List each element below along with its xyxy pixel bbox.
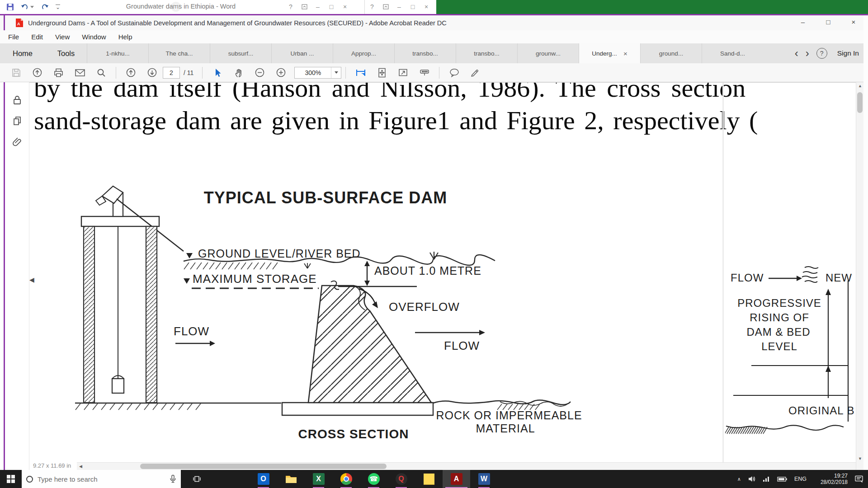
word-maximize-icon[interactable]: □ bbox=[325, 0, 338, 14]
doc-tab-1[interactable]: 1-nkhu... bbox=[87, 43, 148, 63]
microphone-icon[interactable] bbox=[170, 474, 176, 483]
scroll-up-icon[interactable]: ▲ bbox=[856, 84, 864, 88]
zoom-out-icon[interactable] bbox=[249, 66, 270, 80]
word-close-icon[interactable]: × bbox=[338, 0, 352, 14]
hand-tool-icon[interactable] bbox=[228, 66, 249, 80]
menu-view[interactable]: View bbox=[55, 33, 70, 41]
doc-tab-5[interactable]: Approp... bbox=[333, 43, 394, 63]
menu-file[interactable]: File bbox=[8, 33, 19, 41]
taskbar-q-app[interactable]: Q bbox=[387, 470, 415, 488]
zoom-level-select[interactable]: 300% bbox=[294, 67, 341, 79]
menu-window[interactable]: Window bbox=[82, 33, 106, 41]
doc-tab-3[interactable]: subsurf... bbox=[210, 43, 271, 63]
tabs-scroll-right-icon[interactable]: › bbox=[806, 49, 809, 58]
doc-tab-8[interactable]: grounw... bbox=[517, 43, 579, 63]
search-icon[interactable] bbox=[90, 66, 112, 80]
help-circle-icon[interactable]: ? bbox=[816, 48, 827, 59]
scroll-left-icon[interactable]: ◀ bbox=[79, 464, 82, 469]
taskbar-clock[interactable]: 19:27 28/02/2018 bbox=[813, 473, 848, 485]
taskbar-file-explorer[interactable] bbox=[277, 470, 305, 488]
print-icon[interactable] bbox=[48, 66, 69, 80]
email-icon[interactable] bbox=[69, 66, 90, 80]
taskbar-apps: O X ☎ Q A bbox=[250, 470, 498, 488]
zoom-in-icon[interactable] bbox=[270, 66, 292, 80]
redo-icon[interactable] bbox=[41, 3, 49, 10]
taskbar-excel[interactable]: X bbox=[305, 470, 332, 488]
attachment-paperclip-icon[interactable] bbox=[12, 136, 22, 147]
taskbar-outlook[interactable]: O bbox=[250, 470, 277, 488]
taskbar-sticky-notes[interactable] bbox=[415, 470, 443, 488]
sign-in-button[interactable]: Sign In bbox=[837, 49, 859, 57]
undo-icon[interactable] bbox=[21, 3, 34, 10]
doc-tab-11[interactable]: Sand-d... bbox=[702, 43, 763, 63]
language-indicator[interactable]: ENG bbox=[794, 476, 807, 482]
taskbar-chrome[interactable] bbox=[332, 470, 360, 488]
previous-page-icon[interactable] bbox=[120, 66, 142, 80]
page-number-input[interactable] bbox=[163, 67, 180, 79]
acrobat-close-icon[interactable]: × bbox=[841, 15, 866, 29]
vertical-scroll-thumb[interactable] bbox=[857, 92, 863, 113]
tray-expand-icon[interactable]: ∧ bbox=[737, 476, 741, 482]
share-upload-icon[interactable] bbox=[27, 66, 48, 80]
fit-width-icon[interactable] bbox=[350, 66, 371, 80]
zoom-caret-icon[interactable] bbox=[331, 67, 341, 78]
undo-caret-icon[interactable] bbox=[30, 6, 34, 8]
fullscreen-icon[interactable] bbox=[392, 66, 414, 80]
word2-help-icon[interactable]: ? bbox=[365, 0, 379, 14]
doc-tab-2[interactable]: The cha... bbox=[148, 43, 210, 63]
word2-close-icon[interactable]: × bbox=[420, 0, 433, 14]
fit-page-icon[interactable] bbox=[371, 66, 392, 80]
tab-tools[interactable]: Tools bbox=[45, 43, 87, 63]
word2-minimize-icon[interactable]: – bbox=[392, 0, 406, 14]
menu-help[interactable]: Help bbox=[118, 33, 132, 41]
highlight-pen-icon[interactable] bbox=[465, 66, 486, 80]
search-input[interactable] bbox=[38, 475, 165, 483]
doc-tab-6[interactable]: transbo... bbox=[394, 43, 456, 63]
network-icon[interactable] bbox=[763, 476, 770, 482]
taskbar-whatsapp[interactable]: ☎ bbox=[360, 470, 387, 488]
acrobat-minimize-icon[interactable]: – bbox=[790, 15, 816, 29]
tabs-scroll-left-icon[interactable]: ‹ bbox=[795, 49, 798, 58]
horizontal-scrollbar[interactable]: ◀ bbox=[77, 462, 856, 470]
taskbar-word[interactable]: W bbox=[470, 470, 498, 488]
tab-close-icon[interactable]: × bbox=[623, 50, 627, 57]
doc-tab-7[interactable]: transbo... bbox=[456, 43, 517, 63]
scroll-down-icon[interactable]: ▼ bbox=[856, 456, 864, 461]
menu-edit[interactable]: Edit bbox=[31, 33, 43, 41]
tab-home[interactable]: Home bbox=[0, 43, 45, 63]
page-count-label: / 11 bbox=[184, 69, 193, 76]
taskbar-search[interactable] bbox=[22, 470, 181, 488]
save-file-icon[interactable] bbox=[5, 66, 27, 80]
acrobat-maximize-icon[interactable]: □ bbox=[816, 15, 841, 29]
fig2-original: ORIGINAL B bbox=[788, 404, 854, 417]
copy-pages-icon[interactable] bbox=[12, 116, 22, 127]
volume-icon[interactable] bbox=[748, 475, 756, 483]
word2-maximize-icon[interactable]: □ bbox=[406, 0, 420, 14]
word-help-icon[interactable]: ? bbox=[284, 0, 297, 14]
doc-tab-4[interactable]: Urban ... bbox=[271, 43, 333, 63]
comment-icon[interactable] bbox=[443, 66, 465, 80]
next-page-icon[interactable] bbox=[142, 66, 163, 80]
task-view-button[interactable] bbox=[186, 470, 207, 488]
action-center-icon[interactable] bbox=[854, 475, 863, 483]
taskbar-adobe-reader[interactable]: A bbox=[443, 470, 470, 488]
previous-view-icon[interactable]: ◀ bbox=[29, 276, 34, 283]
cortana-icon bbox=[26, 476, 33, 483]
doc-tab-9-active[interactable]: Underg... × bbox=[579, 43, 640, 63]
word-ribbon-options-icon[interactable] bbox=[297, 4, 311, 9]
horizontal-scroll-thumb[interactable] bbox=[140, 464, 387, 469]
figure-title: TYPICAL SUB-SURFACE DAM bbox=[204, 188, 447, 207]
start-button[interactable] bbox=[0, 470, 22, 488]
vertical-scrollbar[interactable]: ▲ ▼ bbox=[856, 82, 863, 470]
word-minimize-icon[interactable]: – bbox=[311, 0, 325, 14]
acrobat-window-title: Underground Dams - A Tool of Sustainable… bbox=[28, 19, 447, 27]
select-tool-icon[interactable] bbox=[207, 66, 228, 80]
word2-ribbon-options-icon[interactable] bbox=[379, 4, 392, 9]
qat-customize-icon[interactable]: ⌄ bbox=[56, 5, 60, 9]
presentation-mode-icon[interactable] bbox=[414, 66, 435, 80]
security-lock-icon[interactable] bbox=[12, 95, 22, 106]
save-icon[interactable] bbox=[6, 3, 14, 11]
pdf-document-page[interactable]: by the dam itself (Hanson and Nilsson, 1… bbox=[29, 82, 856, 470]
doc-tab-10[interactable]: ground... bbox=[640, 43, 702, 63]
battery-icon[interactable] bbox=[777, 476, 788, 482]
